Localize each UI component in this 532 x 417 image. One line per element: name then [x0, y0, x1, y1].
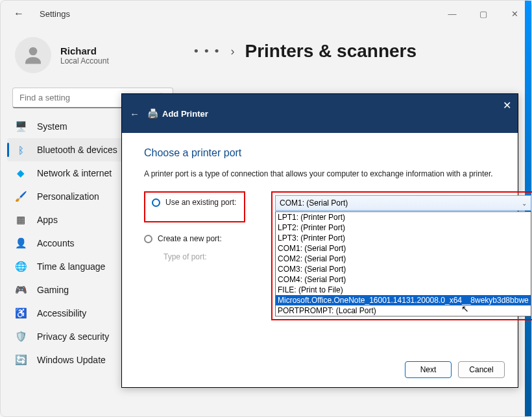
breadcrumb-dots[interactable]: • • •: [194, 44, 221, 58]
maximize-button[interactable]: ▢: [472, 4, 495, 23]
port-option[interactable]: PORTPROMPT: (Local Port): [276, 305, 531, 316]
gaming-icon: 🎮: [15, 284, 27, 296]
port-select-value: COM1: (Serial Port): [280, 198, 348, 208]
next-button[interactable]: Next: [405, 361, 452, 378]
use-existing-label: Use an existing port:: [165, 198, 236, 207]
titlebar: ← Settings — ▢ ✕: [1, 1, 531, 27]
port-option[interactable]: COM4: (Serial Port): [276, 274, 531, 285]
nav-label: Gaming: [37, 285, 69, 295]
user-section[interactable]: Richard Local Account: [7, 34, 178, 85]
nav-label: Apps: [37, 215, 58, 225]
dialog-header: ← 🖨️ Add Printer ✕: [122, 94, 518, 133]
radio-checked-icon: [152, 198, 160, 207]
accounts-icon: 👤: [15, 237, 27, 249]
nav-label: Accessibility: [37, 308, 86, 318]
create-new-port-radio[interactable]: Create a new port:: [144, 234, 245, 243]
minimize-button[interactable]: —: [441, 4, 464, 23]
user-name: Richard: [60, 45, 109, 56]
dialog-heading: Choose a printer port: [144, 147, 500, 159]
dialog-close-button[interactable]: ✕: [503, 99, 511, 112]
port-option[interactable]: LPT1: (Printer Port): [276, 212, 531, 222]
port-option[interactable]: FILE: (Print to File): [276, 285, 531, 295]
port-option[interactable]: Microsoft.Office.OneNote_16001.14131.200…: [276, 295, 531, 305]
port-option[interactable]: COM2: (Serial Port): [276, 254, 531, 264]
nav-label: Windows Update: [37, 355, 106, 365]
cursor-icon: ↖: [461, 304, 469, 314]
dialog-subtext: A printer port is a type of connection t…: [144, 169, 500, 178]
port-option[interactable]: LPT3: (Printer Port): [276, 233, 531, 243]
add-printer-dialog: ← 🖨️ Add Printer ✕ Choose a printer port…: [121, 93, 518, 388]
network-icon: ◆: [15, 167, 27, 179]
annotation-box-dropdown: COM1: (Serial Port) ⌄ LPT1: (Printer Por…: [271, 191, 532, 320]
privacy-icon: 🛡️: [15, 331, 27, 342]
system-icon: 🖥️: [15, 121, 27, 132]
settings-window: ← Settings — ▢ ✕ Richard Local Account 🔍: [0, 0, 532, 417]
chevron-right-icon: ›: [231, 45, 235, 58]
nav-label: Personalization: [37, 191, 99, 202]
nav-label: System: [37, 121, 67, 132]
apps-icon: ▦: [15, 214, 27, 226]
update-icon: 🔄: [15, 354, 27, 366]
dialog-title: Add Printer: [162, 109, 208, 119]
nav-label: Bluetooth & devices: [37, 145, 117, 155]
user-sub: Local Account: [60, 56, 109, 66]
bluetooth-icon: ᛒ: [15, 145, 27, 156]
dialog-back-icon[interactable]: ←: [130, 108, 139, 119]
page-title: Printers & scanners: [245, 41, 417, 62]
chevron-down-icon: ⌄: [522, 200, 527, 207]
cancel-button[interactable]: Cancel: [458, 361, 505, 378]
svg-point-0: [29, 47, 38, 56]
port-option[interactable]: COM1: (Serial Port): [276, 243, 531, 254]
breadcrumb: • • • › Printers & scanners: [194, 41, 511, 62]
printer-icon: 🖨️: [147, 108, 158, 119]
accessibility-icon: ♿: [15, 307, 27, 319]
type-of-port-label: Type of port:: [163, 252, 245, 261]
create-new-label: Create a new port:: [158, 234, 222, 243]
nav-label: Privacy & security: [37, 331, 109, 342]
close-button[interactable]: ✕: [503, 4, 526, 23]
port-option[interactable]: LPT2: (Printer Port): [276, 222, 531, 233]
nav-label: Time & language: [37, 261, 105, 272]
personalization-icon: 🖌️: [15, 191, 27, 202]
nav-label: Accounts: [37, 238, 75, 248]
use-existing-port-radio[interactable]: Use an existing port:: [152, 198, 237, 207]
port-dropdown-list: LPT1: (Printer Port)LPT2: (Printer Port)…: [275, 211, 531, 316]
time-icon: 🌐: [15, 261, 27, 272]
nav-label: Network & internet: [37, 168, 112, 178]
window-title: Settings: [40, 9, 70, 19]
annotation-box-radio: Use an existing port:: [144, 191, 245, 222]
port-select[interactable]: COM1: (Serial Port) ⌄: [275, 195, 531, 211]
radio-unchecked-icon: [144, 235, 152, 243]
back-arrow-icon[interactable]: ←: [14, 8, 24, 19]
port-option[interactable]: COM3: (Serial Port): [276, 264, 531, 274]
avatar: [15, 37, 51, 73]
